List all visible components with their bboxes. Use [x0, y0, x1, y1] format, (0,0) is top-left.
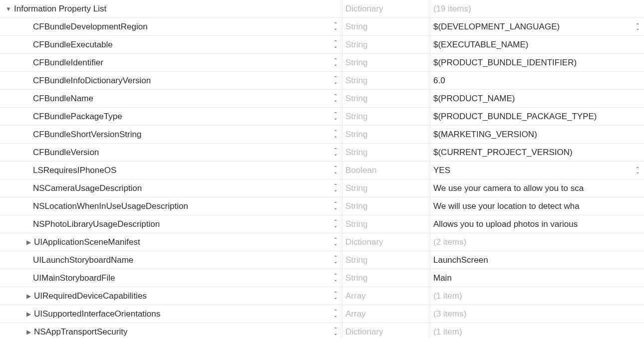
key-stepper[interactable]: ⌃⌄: [332, 113, 339, 121]
value-stepper[interactable]: ⌃⌄: [634, 168, 641, 173]
plist-row[interactable]: CFBundleVersion⌃⌄String$(CURRENT_PROJECT…: [0, 144, 644, 162]
plist-row[interactable]: CFBundleIdentifier⌃⌄String$(PRODUCT_BUND…: [0, 54, 644, 72]
value-cell[interactable]: $(EXECUTABLE_NAME): [430, 36, 644, 53]
key-stepper[interactable]: ⌃⌄: [332, 95, 339, 103]
key-stepper[interactable]: ⌃⌄: [332, 59, 339, 67]
key-stepper[interactable]: ⌃⌄: [332, 131, 339, 139]
key-stepper[interactable]: ⌃⌄: [332, 292, 339, 300]
plist-row[interactable]: CFBundlePackageType⌃⌄String$(PRODUCT_BUN…: [0, 108, 644, 126]
disclosure-right-icon[interactable]: ▶: [25, 293, 32, 300]
disclosure-down-icon[interactable]: ▼: [5, 5, 12, 12]
key-cell[interactable]: CFBundleExecutable⌃⌄: [0, 36, 342, 53]
value-stepper[interactable]: ⌃⌄: [634, 24, 641, 30]
type-cell[interactable]: String: [342, 90, 430, 107]
type-cell[interactable]: Boolean: [342, 162, 430, 179]
disclosure-right-icon[interactable]: ▶: [25, 311, 32, 318]
plist-row[interactable]: CFBundleName⌃⌄String$(PRODUCT_NAME): [0, 90, 644, 108]
key-stepper[interactable]: ⌃⌄: [332, 328, 339, 336]
plist-row[interactable]: CFBundleShortVersionString⌃⌄String$(MARK…: [0, 126, 644, 144]
plist-row[interactable]: CFBundleInfoDictionaryVersion⌃⌄String6.0: [0, 72, 644, 90]
type-cell[interactable]: String: [342, 18, 430, 35]
plist-row[interactable]: ▶UIApplicationSceneManifest⌃⌄Dictionary(…: [0, 233, 644, 251]
value-cell[interactable]: $(DEVELOPMENT_LANGUAGE)⌃⌄: [430, 18, 644, 35]
key-stepper[interactable]: ⌃⌄: [332, 220, 339, 228]
key-stepper[interactable]: ⌃⌄: [332, 23, 339, 31]
type-cell[interactable]: String: [342, 179, 430, 197]
type-cell[interactable]: String: [342, 72, 430, 89]
type-cell[interactable]: Dictionary: [342, 233, 430, 251]
value-cell[interactable]: $(PRODUCT_BUNDLE_PACKAGE_TYPE): [430, 108, 644, 125]
type-cell[interactable]: Dictionary: [342, 323, 430, 338]
value-cell: (1 item): [430, 287, 644, 305]
key-stepper[interactable]: ⌃⌄: [332, 256, 339, 264]
value-cell[interactable]: We will use your location to detect wha: [430, 197, 644, 215]
value-cell[interactable]: Main: [430, 269, 644, 287]
key-cell[interactable]: NSPhotoLibraryUsageDescription⌃⌄: [0, 215, 342, 233]
disclosure-right-icon[interactable]: ▶: [25, 239, 32, 246]
type-cell[interactable]: String: [342, 269, 430, 287]
value-cell[interactable]: Allows you to upload photos in various: [430, 215, 644, 233]
plist-row[interactable]: NSPhotoLibraryUsageDescription⌃⌄StringAl…: [0, 215, 644, 233]
plist-row[interactable]: CFBundleDevelopmentRegion⌃⌄String$(DEVEL…: [0, 18, 644, 36]
key-cell[interactable]: CFBundleDevelopmentRegion⌃⌄: [0, 18, 342, 35]
key-cell[interactable]: ▼ Information Property List: [0, 0, 342, 17]
type-cell[interactable]: String: [342, 36, 430, 53]
value-cell[interactable]: $(CURRENT_PROJECT_VERSION): [430, 144, 644, 161]
key-stepper[interactable]: ⌃⌄: [332, 238, 339, 246]
plist-editor: ▼ Information Property List Dictionary (…: [0, 0, 644, 338]
disclosure-right-icon[interactable]: ▶: [25, 329, 32, 336]
key-stepper[interactable]: ⌃⌄: [332, 149, 339, 157]
type-cell[interactable]: String: [342, 251, 430, 269]
key-stepper[interactable]: ⌃⌄: [332, 310, 339, 318]
chevron-down-icon: ⌄: [333, 296, 337, 300]
key-cell[interactable]: CFBundlePackageType⌃⌄: [0, 108, 342, 125]
plist-row[interactable]: LSRequiresIPhoneOS⌃⌄BooleanYES⌃⌄: [0, 162, 644, 179]
type-label: String: [345, 130, 367, 140]
type-cell[interactable]: String: [342, 54, 430, 71]
value-cell[interactable]: YES⌃⌄: [430, 162, 644, 179]
key-cell[interactable]: UIMainStoryboardFile⌃⌄: [0, 269, 342, 287]
type-cell[interactable]: String: [342, 108, 430, 125]
key-cell[interactable]: ▶UIApplicationSceneManifest⌃⌄: [0, 233, 342, 251]
type-cell[interactable]: String: [342, 144, 430, 161]
key-stepper[interactable]: ⌃⌄: [332, 77, 339, 85]
plist-row[interactable]: CFBundleExecutable⌃⌄String$(EXECUTABLE_N…: [0, 36, 644, 54]
key-cell[interactable]: CFBundleInfoDictionaryVersion⌃⌄: [0, 72, 342, 89]
value-cell[interactable]: $(MARKETING_VERSION): [430, 126, 644, 143]
key-cell[interactable]: CFBundleVersion⌃⌄: [0, 144, 342, 161]
key-cell[interactable]: CFBundleIdentifier⌃⌄: [0, 54, 342, 71]
plist-root-row[interactable]: ▼ Information Property List Dictionary (…: [0, 0, 644, 18]
value-cell[interactable]: LaunchScreen: [430, 251, 644, 269]
type-cell[interactable]: Array: [342, 287, 430, 305]
plist-row[interactable]: ▶NSAppTransportSecurity⌃⌄Dictionary(1 it…: [0, 323, 644, 338]
key-stepper[interactable]: ⌃⌄: [332, 167, 339, 174]
key-cell[interactable]: NSCameraUsageDescription⌃⌄: [0, 179, 342, 197]
type-cell[interactable]: String: [342, 126, 430, 143]
key-stepper[interactable]: ⌃⌄: [332, 184, 339, 192]
value-cell[interactable]: We use your camera to allow you to sca: [430, 179, 644, 197]
value-cell[interactable]: $(PRODUCT_NAME): [430, 90, 644, 107]
plist-row[interactable]: NSLocationWhenInUseUsageDescription⌃⌄Str…: [0, 197, 644, 215]
type-cell[interactable]: String: [342, 197, 430, 215]
type-cell[interactable]: Array: [342, 305, 430, 323]
key-cell[interactable]: ▶UIRequiredDeviceCapabilities⌃⌄: [0, 287, 342, 305]
key-cell[interactable]: ▶NSAppTransportSecurity⌃⌄: [0, 323, 342, 338]
plist-row[interactable]: NSCameraUsageDescription⌃⌄StringWe use y…: [0, 179, 644, 197]
key-stepper[interactable]: ⌃⌄: [332, 41, 339, 49]
value-cell[interactable]: 6.0: [430, 72, 644, 89]
type-cell[interactable]: Dictionary: [342, 0, 430, 17]
type-cell[interactable]: String: [342, 215, 430, 233]
key-stepper[interactable]: ⌃⌄: [332, 274, 339, 282]
key-cell[interactable]: ▶UISupportedInterfaceOrientations⌃⌄: [0, 305, 342, 323]
plist-row[interactable]: ▶UIRequiredDeviceCapabilities⌃⌄Array(1 i…: [0, 287, 644, 305]
key-cell[interactable]: UILaunchStoryboardName⌃⌄: [0, 251, 342, 269]
value-cell[interactable]: $(PRODUCT_BUNDLE_IDENTIFIER): [430, 54, 644, 71]
key-cell[interactable]: CFBundleShortVersionString⌃⌄: [0, 126, 342, 143]
key-cell[interactable]: NSLocationWhenInUseUsageDescription⌃⌄: [0, 197, 342, 215]
plist-row[interactable]: UILaunchStoryboardName⌃⌄StringLaunchScre…: [0, 251, 644, 269]
plist-row[interactable]: UIMainStoryboardFile⌃⌄StringMain: [0, 269, 644, 287]
key-cell[interactable]: CFBundleName⌃⌄: [0, 90, 342, 107]
key-cell[interactable]: LSRequiresIPhoneOS⌃⌄: [0, 162, 342, 179]
plist-row[interactable]: ▶UISupportedInterfaceOrientations⌃⌄Array…: [0, 305, 644, 323]
key-stepper[interactable]: ⌃⌄: [332, 202, 339, 210]
